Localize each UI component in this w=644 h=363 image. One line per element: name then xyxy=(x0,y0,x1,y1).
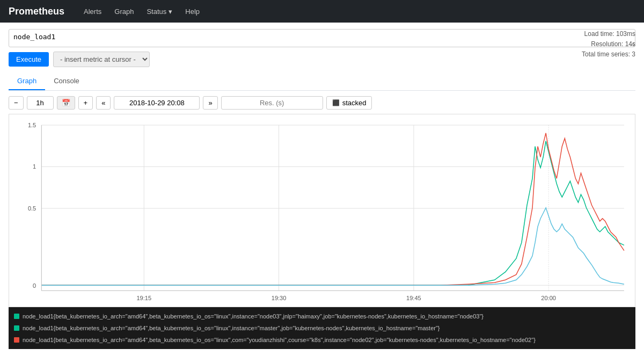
svg-text:19:30: 19:30 xyxy=(272,295,287,301)
chart-controls: − 📅 + « » ⬛ stacked xyxy=(9,96,635,110)
tab-graph[interactable]: Graph xyxy=(9,72,45,90)
svg-text:20:00: 20:00 xyxy=(541,295,556,301)
resolution-label: Resolution: 14s xyxy=(582,39,635,49)
info-panel: Load time: 103ms Resolution: 14s Total t… xyxy=(582,29,635,60)
legend-item-0: node_load1{beta_kubernetes_io_arch="amd6… xyxy=(14,310,630,322)
main-content: node_load1 Load time: 103ms Resolution: … xyxy=(0,23,644,355)
legend-item-2: node_load1{beta_kubernetes_io_arch="amd6… xyxy=(14,334,630,346)
zoom-out-button[interactable]: − xyxy=(9,96,24,110)
nav-status[interactable]: Status ▾ xyxy=(140,0,179,23)
nav-help[interactable]: Help xyxy=(179,0,206,23)
stacked-label: stacked xyxy=(342,99,367,107)
navbar: Prometheus Alerts Graph Status ▾ Help xyxy=(0,0,644,23)
legend: node_load1{beta_kubernetes_io_arch="amd6… xyxy=(9,307,635,349)
forward-button[interactable]: » xyxy=(203,96,217,110)
legend-item-1: node_load1{beta_kubernetes_io_arch="amd6… xyxy=(14,322,630,334)
calendar-button[interactable]: 📅 xyxy=(57,96,75,110)
execute-row: Execute - insert metric at cursor - xyxy=(9,52,635,67)
query-input[interactable]: node_load1 xyxy=(9,29,635,47)
stacked-toggle[interactable]: ⬛ stacked xyxy=(326,96,372,110)
load-time-label: Load time: 103ms xyxy=(582,29,635,39)
svg-text:19:15: 19:15 xyxy=(136,295,151,301)
chart-svg: 1.5 1 0.5 0 19:15 19:30 19:45 20:00 xyxy=(9,114,635,307)
execute-button[interactable]: Execute xyxy=(9,52,49,67)
zoom-in-button[interactable]: + xyxy=(78,96,93,110)
legend-text-1: node_load1{beta_kubernetes_io_arch="amd6… xyxy=(23,322,440,334)
tab-console[interactable]: Console xyxy=(45,72,88,90)
svg-text:0: 0 xyxy=(33,282,36,289)
tabs: Graph Console xyxy=(9,72,635,91)
legend-text-2: node_load1{beta_kubernetes_io_arch="amd6… xyxy=(23,334,536,346)
datetime-input[interactable] xyxy=(114,96,200,110)
legend-color-2 xyxy=(14,337,19,343)
duration-input[interactable] xyxy=(27,96,54,110)
query-row: node_load1 Load time: 103ms Resolution: … xyxy=(9,29,635,47)
metric-select[interactable]: - insert metric at cursor - xyxy=(53,52,150,67)
calendar-icon: 📅 xyxy=(62,99,70,107)
svg-text:1.5: 1.5 xyxy=(28,122,36,128)
nav-alerts[interactable]: Alerts xyxy=(77,0,108,23)
stacked-icon: ⬛ xyxy=(332,99,340,106)
navbar-brand[interactable]: Prometheus xyxy=(9,6,64,17)
chevron-down-icon: ▾ xyxy=(169,8,172,16)
total-series-label: Total time series: 3 xyxy=(582,49,635,60)
resolution-input[interactable] xyxy=(221,96,323,110)
svg-text:19:45: 19:45 xyxy=(406,295,421,301)
nav-graph[interactable]: Graph xyxy=(108,0,140,23)
svg-text:1: 1 xyxy=(33,163,36,170)
legend-color-1 xyxy=(14,325,19,331)
legend-text-0: node_load1{beta_kubernetes_io_arch="amd6… xyxy=(23,310,484,322)
chart-wrapper: 1.5 1 0.5 0 19:15 19:30 19:45 20:00 xyxy=(9,114,635,307)
svg-text:0.5: 0.5 xyxy=(28,205,36,212)
legend-color-0 xyxy=(14,314,19,319)
back-button[interactable]: « xyxy=(96,96,111,110)
